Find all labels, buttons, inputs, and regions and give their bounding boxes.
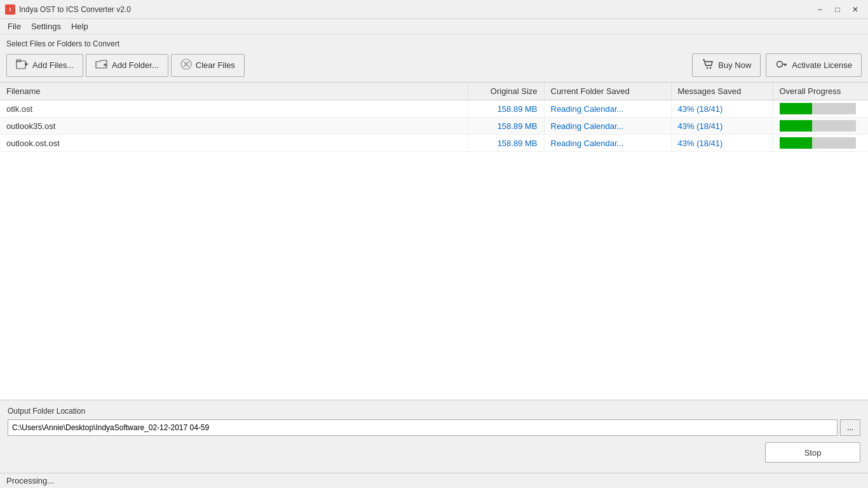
table-row: otlk.ost158.89 MBReading Calendar...43% … xyxy=(0,100,868,118)
cell-progress xyxy=(773,135,868,152)
add-folder-label: Add Folder... xyxy=(112,60,159,70)
output-path-input[interactable] xyxy=(8,419,837,436)
cell-messages-saved: 43% (18/41) xyxy=(671,135,773,152)
files-list-table: Filename Original Size Current Folder Sa… xyxy=(0,83,868,152)
progress-bar xyxy=(780,120,813,132)
table-header-row: Filename Original Size Current Folder Sa… xyxy=(0,83,868,100)
add-folder-icon xyxy=(95,58,108,72)
maximize-button[interactable]: □ xyxy=(830,3,845,16)
clear-files-button[interactable]: Clear Files xyxy=(171,54,245,77)
clear-files-label: Clear Files xyxy=(196,60,235,70)
cell-folder-status: Reading Calendar... xyxy=(544,100,671,118)
browse-button[interactable]: ... xyxy=(840,419,860,436)
key-icon xyxy=(775,58,788,72)
cell-folder-status: Reading Calendar... xyxy=(544,135,671,152)
progress-container xyxy=(780,103,856,114)
cell-filename: outlook.ost.ost xyxy=(0,135,468,152)
add-files-button[interactable]: Add Files... xyxy=(6,54,83,77)
cell-progress xyxy=(773,118,868,135)
cell-progress xyxy=(773,100,868,118)
main-content: Filename Original Size Current Folder Sa… xyxy=(0,83,868,400)
menubar: File Settings Help xyxy=(0,19,868,34)
cell-filename: otlk.ost xyxy=(0,100,468,118)
col-header-size: Original Size xyxy=(468,83,544,100)
bottom-area: Output Folder Location ... Stop xyxy=(0,400,868,473)
stop-row: Stop xyxy=(8,442,860,463)
table-row: outlook.ost.ost158.89 MBReading Calendar… xyxy=(0,135,868,152)
status-text: Processing... xyxy=(6,476,54,485)
cart-icon xyxy=(702,58,714,72)
menu-help[interactable]: Help xyxy=(66,20,93,32)
stop-button[interactable]: Stop xyxy=(765,442,860,463)
cell-folder-status: Reading Calendar... xyxy=(544,118,671,135)
app-icon: I xyxy=(5,4,15,15)
titlebar: I Indya OST to ICS Converter v2.0 − □ ✕ xyxy=(0,0,868,19)
menu-settings[interactable]: Settings xyxy=(26,20,66,32)
activate-label: Activate License xyxy=(792,60,852,70)
cell-messages-saved: 43% (18/41) xyxy=(671,100,773,118)
add-folder-button[interactable]: Add Folder... xyxy=(86,54,168,77)
col-header-filename: Filename xyxy=(0,83,468,100)
cell-size: 158.89 MB xyxy=(468,100,544,118)
output-path-row: ... xyxy=(8,419,860,436)
toolbar-area: Select Files or Folders to Convert Add F… xyxy=(0,34,868,83)
table-body: otlk.ost158.89 MBReading Calendar...43% … xyxy=(0,100,868,152)
cell-messages-saved: 43% (18/41) xyxy=(671,118,773,135)
col-header-progress: Overall Progress xyxy=(773,83,868,100)
progress-bar xyxy=(780,137,813,149)
window-controls: − □ ✕ xyxy=(812,3,863,16)
menu-file[interactable]: File xyxy=(3,20,26,32)
cell-filename: outlook35.ost xyxy=(0,118,468,135)
add-files-icon xyxy=(16,58,29,72)
progress-container xyxy=(780,137,856,149)
right-buttons: Buy Now Activate License xyxy=(692,53,862,77)
buy-now-button[interactable]: Buy Now xyxy=(692,53,761,77)
col-header-folder: Current Folder Saved xyxy=(544,83,671,100)
toolbar-label: Select Files or Folders to Convert xyxy=(6,39,862,48)
title-text: Indya OST to ICS Converter v2.0 xyxy=(19,5,812,14)
cell-size: 158.89 MB xyxy=(468,118,544,135)
minimize-button[interactable]: − xyxy=(812,3,827,16)
cell-size: 158.89 MB xyxy=(468,135,544,152)
activate-license-button[interactable]: Activate License xyxy=(766,53,862,77)
svg-point-11 xyxy=(777,62,783,67)
buy-now-label: Buy Now xyxy=(718,60,751,70)
svg-point-9 xyxy=(707,67,709,69)
output-folder-label: Output Folder Location xyxy=(8,407,860,416)
add-files-label: Add Files... xyxy=(32,60,74,70)
toolbar-buttons: Add Files... Add Folder... C xyxy=(6,53,862,77)
svg-point-10 xyxy=(710,67,712,69)
clear-files-icon xyxy=(180,58,192,72)
status-bar: Processing... xyxy=(0,473,868,488)
table-row: outlook35.ost158.89 MBReading Calendar..… xyxy=(0,118,868,135)
svg-rect-0 xyxy=(17,61,25,69)
col-header-messages: Messages Saved xyxy=(671,83,773,100)
progress-bar xyxy=(780,103,813,114)
progress-container xyxy=(780,120,856,132)
close-button[interactable]: ✕ xyxy=(848,3,863,16)
file-table: Filename Original Size Current Folder Sa… xyxy=(0,83,868,400)
